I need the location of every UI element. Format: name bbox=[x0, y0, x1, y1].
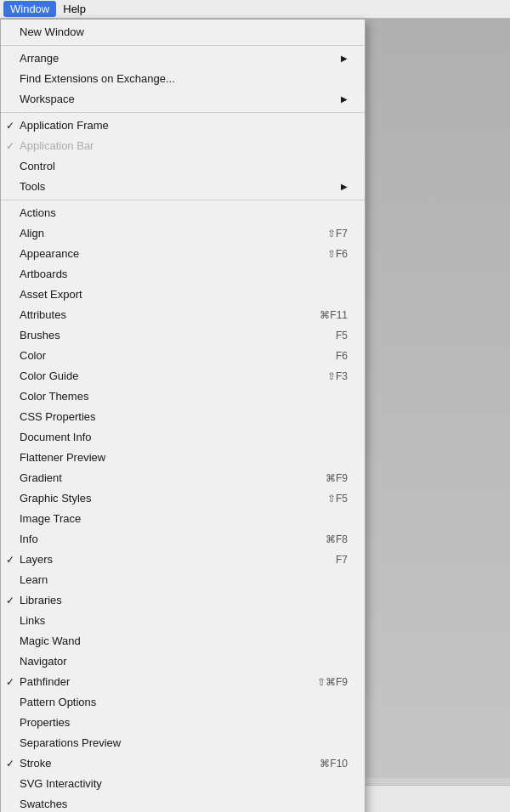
menu-item-color-guide[interactable]: Color Guide⇧F3 bbox=[1, 366, 365, 386]
menu-label-control: Control bbox=[20, 158, 55, 175]
menu-separator-10 bbox=[1, 200, 365, 200]
check-icon-pathfinder: ✓ bbox=[6, 674, 14, 691]
arrow-icon-workspace: ▶ bbox=[341, 91, 348, 108]
menu-label-layers: Layers bbox=[20, 551, 53, 568]
menu-item-graphic-styles[interactable]: Graphic Styles⇧F5 bbox=[1, 488, 365, 509]
menubar-help[interactable]: Help bbox=[56, 1, 93, 17]
check-icon-stroke: ✓ bbox=[6, 755, 14, 772]
menu-label-workspace: Workspace bbox=[20, 91, 75, 108]
menu-label-color-guide: Color Guide bbox=[20, 368, 78, 385]
shortcut-color: F6 bbox=[310, 347, 348, 364]
arrow-icon-arrange: ▶ bbox=[341, 50, 348, 67]
menu-label-appearance: Appearance bbox=[20, 245, 79, 262]
shortcut-color-guide: ⇧F3 bbox=[302, 368, 348, 385]
menu-item-stroke[interactable]: ✓Stroke⌘F10 bbox=[1, 753, 365, 774]
arrow-icon-tools: ▶ bbox=[341, 178, 348, 195]
menu-item-image-trace[interactable]: Image Trace bbox=[1, 509, 365, 529]
menu-item-separations-preview[interactable]: Separations Preview bbox=[1, 733, 365, 753]
menu-item-css-properties[interactable]: CSS Properties bbox=[1, 407, 365, 427]
menu-label-artboards: Artboards bbox=[20, 266, 67, 283]
check-icon-libraries: ✓ bbox=[6, 592, 14, 609]
menu-item-pathfinder[interactable]: ✓Pathfinder⇧⌘F9 bbox=[1, 672, 365, 692]
menu-label-application-frame: Application Frame bbox=[20, 117, 109, 134]
menu-item-libraries[interactable]: ✓Libraries bbox=[1, 590, 365, 611]
menu-label-flattener-preview: Flattener Preview bbox=[20, 449, 105, 466]
menu-label-application-bar: Application Bar bbox=[20, 138, 94, 155]
menu-label-navigator: Navigator bbox=[20, 653, 67, 670]
menu-label-align: Align bbox=[20, 225, 44, 242]
shortcut-stroke: ⌘F10 bbox=[294, 755, 348, 772]
menu-label-learn: Learn bbox=[20, 572, 48, 589]
menu-item-layers[interactable]: ✓LayersF7 bbox=[1, 550, 365, 570]
menu-item-application-frame[interactable]: ✓Application Frame bbox=[1, 116, 365, 136]
menu-item-application-bar[interactable]: ✓Application Bar bbox=[1, 136, 365, 156]
menu-item-attributes[interactable]: Attributes⌘F11 bbox=[1, 305, 365, 325]
shortcut-attributes: ⌘F11 bbox=[294, 307, 348, 324]
window-menu-dropdown: New WindowArrange▶Find Extensions on Exc… bbox=[0, 19, 366, 812]
menu-item-document-info[interactable]: Document Info bbox=[1, 427, 365, 448]
menu-label-brushes: Brushes bbox=[20, 327, 60, 344]
shortcut-brushes: F5 bbox=[310, 327, 348, 344]
check-icon-application-frame: ✓ bbox=[6, 117, 14, 134]
menu-label-libraries: Libraries bbox=[20, 592, 62, 609]
menu-item-workspace[interactable]: Workspace▶ bbox=[1, 89, 365, 110]
menu-label-css-properties: CSS Properties bbox=[20, 409, 96, 426]
menu-item-links[interactable]: Links bbox=[1, 611, 365, 631]
menu-label-separations-preview: Separations Preview bbox=[20, 735, 121, 752]
menu-item-arrange[interactable]: Arrange▶ bbox=[1, 48, 365, 69]
menu-label-properties: Properties bbox=[20, 714, 70, 731]
menu-item-tools[interactable]: Tools▶ bbox=[1, 177, 365, 197]
menu-item-control[interactable]: Control bbox=[1, 156, 365, 177]
menu-label-new-window: New Window bbox=[20, 24, 84, 41]
menu-item-magic-wand[interactable]: Magic Wand bbox=[1, 631, 365, 651]
menu-item-asset-export[interactable]: Asset Export bbox=[1, 285, 365, 305]
menu-label-document-info: Document Info bbox=[20, 429, 92, 446]
shortcut-gradient: ⌘F9 bbox=[300, 470, 348, 487]
menu-item-flattener-preview[interactable]: Flattener Preview bbox=[1, 448, 365, 468]
menu-item-color-themes[interactable]: Color Themes bbox=[1, 386, 365, 407]
shortcut-appearance: ⇧F6 bbox=[302, 245, 348, 262]
menu-item-learn[interactable]: Learn bbox=[1, 570, 365, 590]
menu-item-artboards[interactable]: Artboards bbox=[1, 264, 365, 285]
shortcut-info: ⌘F8 bbox=[300, 531, 348, 548]
menu-item-gradient[interactable]: Gradient⌘F9 bbox=[1, 468, 365, 488]
menubar-window[interactable]: Window bbox=[3, 1, 56, 17]
menu-label-color: Color bbox=[20, 347, 46, 364]
menu-item-info[interactable]: Info⌘F8 bbox=[1, 529, 365, 550]
menubar: Window Help bbox=[0, 0, 510, 19]
menu-item-svg-interactivity[interactable]: SVG Interactivity bbox=[1, 774, 365, 794]
menu-label-find-extensions: Find Extensions on Exchange... bbox=[20, 70, 175, 87]
menu-label-swatches: Swatches bbox=[20, 796, 67, 812]
menu-label-image-trace: Image Trace bbox=[20, 510, 81, 527]
menu-label-attributes: Attributes bbox=[20, 307, 66, 324]
menu-separator-5 bbox=[1, 112, 365, 113]
menu-label-color-themes: Color Themes bbox=[20, 388, 88, 405]
menu-item-align[interactable]: Align⇧F7 bbox=[1, 223, 365, 244]
menu-item-swatches[interactable]: Swatches bbox=[1, 794, 365, 812]
menu-label-arrange: Arrange bbox=[20, 50, 59, 67]
menu-label-pattern-options: Pattern Options bbox=[20, 694, 96, 711]
menu-item-appearance[interactable]: Appearance⇧F6 bbox=[1, 244, 365, 264]
menu-label-magic-wand: Magic Wand bbox=[20, 633, 81, 650]
menu-item-pattern-options[interactable]: Pattern Options bbox=[1, 692, 365, 713]
menu-item-color[interactable]: ColorF6 bbox=[1, 346, 365, 366]
menu-item-brushes[interactable]: BrushesF5 bbox=[1, 325, 365, 346]
menu-label-pathfinder: Pathfinder bbox=[20, 674, 70, 691]
shortcut-graphic-styles: ⇧F5 bbox=[302, 490, 348, 507]
menu-label-svg-interactivity: SVG Interactivity bbox=[20, 775, 102, 792]
menu-label-stroke: Stroke bbox=[20, 755, 52, 772]
menu-item-properties[interactable]: Properties bbox=[1, 713, 365, 733]
menu-separator-1 bbox=[1, 45, 365, 46]
menu-label-tools: Tools bbox=[20, 178, 45, 195]
menu-label-info: Info bbox=[20, 531, 38, 548]
shortcut-pathfinder: ⇧⌘F9 bbox=[292, 674, 348, 691]
menu-label-actions: Actions bbox=[20, 205, 56, 222]
shortcut-layers: F7 bbox=[310, 551, 348, 568]
menu-item-actions[interactable]: Actions bbox=[1, 203, 365, 223]
shortcut-align: ⇧F7 bbox=[302, 225, 348, 242]
check-icon-application-bar: ✓ bbox=[6, 138, 14, 155]
menu-label-graphic-styles: Graphic Styles bbox=[20, 490, 92, 507]
menu-item-new-window[interactable]: New Window bbox=[1, 22, 365, 42]
menu-item-navigator[interactable]: Navigator bbox=[1, 651, 365, 672]
menu-item-find-extensions[interactable]: Find Extensions on Exchange... bbox=[1, 69, 365, 89]
